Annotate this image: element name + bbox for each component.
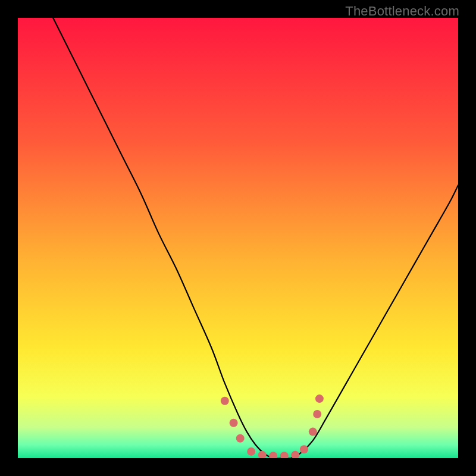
marker-dot <box>247 447 255 456</box>
marker-dot <box>236 434 245 443</box>
marker-dot <box>280 452 289 458</box>
marker-dot <box>230 419 238 427</box>
marker-dot <box>313 410 321 418</box>
marker-dot <box>300 445 308 453</box>
curve-layer <box>18 18 458 458</box>
marker-dot <box>291 451 299 458</box>
plot-area <box>18 18 458 458</box>
marker-dot <box>315 394 324 403</box>
flat-region-markers <box>221 394 324 458</box>
bottleneck-curve <box>53 18 458 458</box>
marker-dot <box>309 428 317 436</box>
marker-dot <box>269 452 277 458</box>
chart-frame: TheBottleneck.com <box>0 0 476 476</box>
attribution-text: TheBottleneck.com <box>345 4 459 19</box>
marker-dot <box>258 451 267 458</box>
marker-dot <box>221 397 229 405</box>
